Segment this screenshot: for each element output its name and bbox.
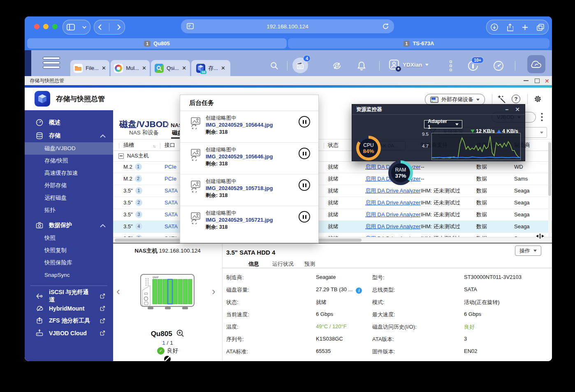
detail-tab-prediction[interactable]: 预测: [304, 260, 315, 268]
minimize-traffic-light[interactable]: [43, 24, 49, 29]
page-settings-icon[interactable]: [187, 23, 194, 29]
maximize-icon[interactable]: [535, 79, 540, 83]
settings-button[interactable]: [533, 94, 543, 104]
col-header-status[interactable]: 状态: [328, 140, 339, 151]
downloads-icon[interactable]: [491, 23, 498, 31]
apptab-filestation[interactable]: File... ✕: [70, 60, 109, 76]
myqnapcloud-button[interactable]: [527, 55, 545, 73]
scrollbar-thumb[interactable]: [548, 142, 551, 196]
table-row[interactable]: 3.5"3 SATA 就绪 启用 DA Drive Analyzer IHM: …: [113, 209, 552, 221]
tab-nas-and-devices[interactable]: NAS 和设备: [129, 129, 159, 137]
sidebar-subitem[interactable]: 远程磁盘: [25, 192, 113, 204]
table-row[interactable]: 3.5"1 SATA 就绪 启用 DA Drive Analyzer IHM: …: [113, 185, 552, 197]
minimize-icon[interactable]: [524, 80, 529, 81]
vertical-scrollbar[interactable]: [548, 141, 551, 237]
sidebar-subitem[interactable]: SnapSync: [25, 269, 113, 281]
qfinder-button[interactable]: 10+: [467, 60, 479, 72]
horizontal-scrollbar[interactable]: [113, 237, 552, 243]
background-tasks-button[interactable]: 4: [292, 58, 308, 73]
pause-button[interactable]: [299, 179, 310, 191]
sidebar-subitem[interactable]: 磁盘/VJBOD: [25, 142, 113, 155]
sidebar-subitem[interactable]: 快照: [25, 232, 113, 244]
user-menu[interactable]: ★ YDXian: [389, 59, 429, 70]
close-icon[interactable]: ✕: [142, 65, 146, 71]
sidebar-item-overview[interactable]: 概述: [25, 116, 113, 129]
browser-tab-qu805[interactable]: 1 Qu805: [27, 38, 287, 49]
back-icon[interactable]: [98, 24, 102, 30]
sidebar-link-zfs[interactable]: ZFS 池分析工具: [25, 315, 113, 327]
col-header-slot[interactable]: 插槽: [123, 140, 134, 151]
sidebar-subitem[interactable]: 存储/快照: [25, 155, 113, 167]
device-pager[interactable]: 1 / 1: [113, 340, 222, 346]
sidebar-subitem[interactable]: 快照保险库: [25, 257, 113, 269]
nas-enclosure-image[interactable]: QNAP: [140, 274, 195, 310]
action-button[interactable]: 操作: [515, 246, 541, 256]
minimize-icon[interactable]: –: [505, 106, 508, 113]
wizard-button[interactable]: [497, 95, 506, 104]
task-filename[interactable]: IMG_20240529_105721.jpg: [206, 217, 273, 223]
prev-device-button[interactable]: ‹: [116, 285, 120, 297]
forward-icon[interactable]: [117, 24, 121, 30]
sidebar-toggle-button[interactable]: [63, 20, 90, 35]
pause-button[interactable]: [299, 116, 310, 128]
detail-tab-health[interactable]: 运行状况: [272, 260, 294, 268]
next-device-button[interactable]: ›: [212, 285, 216, 297]
apptab-qsirch[interactable]: Qsi... ✕: [151, 60, 190, 76]
table-row[interactable]: 3.5"2 SATA 就绪 启用 DA Drive Analyzer IHM: …: [113, 197, 552, 209]
apptab-multimedia[interactable]: Mul... ✕: [111, 60, 150, 76]
address-bar[interactable]: 192.168.100.124: [181, 19, 394, 33]
sidebar-subitem[interactable]: 拓扑: [25, 204, 113, 216]
new-tab-icon[interactable]: [522, 24, 528, 30]
close-icon[interactable]: ✕: [515, 106, 520, 113]
table-row[interactable]: 3.5"4 SATA 良好 就绪 启用 DA Drive Analyzer IH…: [113, 221, 552, 233]
da-analyzer-link[interactable]: 启用 DA Drive Analyzer: [365, 221, 420, 232]
close-icon[interactable]: ✕: [545, 78, 549, 84]
da-analyzer-link[interactable]: 启用 DA Drive Analyzer: [365, 209, 420, 220]
dashboard-button[interactable]: [493, 60, 504, 72]
external-storage-button[interactable]: 外部存储设备: [425, 94, 485, 105]
app-window-titlebar[interactable]: 存储与快照总管 ✕: [25, 76, 552, 85]
pause-button[interactable]: [299, 148, 310, 159]
pause-button[interactable]: [299, 211, 310, 223]
notifications-button[interactable]: [356, 60, 367, 72]
close-icon[interactable]: ✕: [221, 65, 225, 71]
zoom-in-icon[interactable]: [176, 329, 184, 337]
close-icon[interactable]: ✕: [182, 65, 186, 71]
close-icon[interactable]: ✕: [102, 65, 106, 71]
sidebar-link-iscsi[interactable]: iSCSI 与光纤通道: [25, 290, 113, 302]
close-traffic-light[interactable]: [34, 24, 39, 29]
sidebar-link-hybridmount[interactable]: HybridMount: [25, 302, 113, 315]
search-button[interactable]: [269, 60, 280, 72]
da-analyzer-link[interactable]: 启用 DA Drive Analyzer: [365, 197, 420, 209]
sidebar-subitem[interactable]: 高速缓存加速: [25, 167, 113, 179]
table-row[interactable]: M.22 PCIe 就绪 启用 DA Drive Analyzer -- 数据 …: [113, 173, 552, 185]
adapter-select[interactable]: Adapter 1: [424, 120, 462, 128]
browser-tab-ts673a[interactable]: 1 TS-673A: [288, 38, 549, 49]
share-icon[interactable]: [507, 23, 513, 31]
apptab-storage-snapshots[interactable]: 10 存... ✕: [191, 60, 230, 76]
sort-icon[interactable]: [153, 142, 155, 149]
external-device-button[interactable]: [331, 60, 343, 72]
sidebar-link-vjbod-cloud[interactable]: VJBOD Cloud: [25, 327, 113, 339]
table-row[interactable]: M.21 PCIe 就绪 启用 DA Drive Analyzer -- 数据 …: [113, 161, 552, 173]
panel-splitter[interactable]: [113, 243, 552, 244]
tab-overview-icon[interactable]: [537, 24, 544, 31]
sidebar-group-storage[interactable]: 存储: [25, 129, 113, 142]
help-icon[interactable]: ?: [512, 95, 520, 103]
detail-tab-info[interactable]: 信息: [248, 260, 259, 268]
collapse-expander-icon[interactable]: [118, 153, 124, 159]
sidebar-group-data-protection[interactable]: 数据保护: [25, 219, 113, 232]
sidebar-subitem[interactable]: 快照复制: [25, 244, 113, 257]
da-analyzer-link[interactable]: 启用 DA Drive Analyzer: [365, 185, 420, 197]
col-header-interface[interactable]: 接口: [165, 140, 175, 151]
sidebar-subitem[interactable]: 外部存储: [25, 179, 113, 192]
reload-icon[interactable]: [383, 23, 389, 30]
maximize-traffic-light[interactable]: [52, 24, 58, 29]
more-menu-button[interactable]: [445, 60, 457, 72]
more-options-button[interactable]: [541, 113, 543, 121]
task-filename[interactable]: IMG_20240529_105718.jpg: [206, 185, 273, 191]
task-filename[interactable]: IMG_20240529_105644.jpg: [206, 122, 273, 128]
monitor-titlebar[interactable]: 资源监控器 – ✕: [352, 104, 525, 115]
task-filename[interactable]: IMG_20240529_105646.jpg: [206, 153, 273, 160]
info-icon[interactable]: [356, 288, 362, 294]
